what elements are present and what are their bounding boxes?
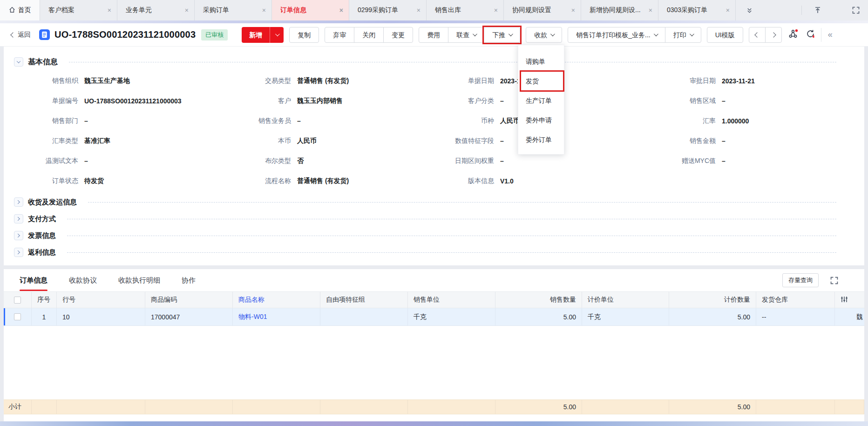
abandon-approve-button[interactable]: 弃审: [325, 27, 354, 43]
tab-0303-purchase-order[interactable]: 0303采购订单 ×: [658, 0, 736, 20]
change-button[interactable]: 变更: [383, 27, 413, 43]
close-icon[interactable]: ×: [494, 7, 498, 14]
close-icon[interactable]: ×: [571, 7, 575, 14]
back-button[interactable]: 返回: [11, 31, 31, 39]
section-basic-info-header[interactable]: 基本信息: [14, 55, 850, 69]
chevron-right-icon[interactable]: [14, 214, 23, 223]
close-icon[interactable]: ×: [649, 7, 652, 14]
tab-business-unit[interactable]: 业务单元 ×: [117, 0, 195, 20]
receipt-dropdown[interactable]: 收款: [526, 27, 562, 43]
col-product-code: 商品编码: [145, 292, 233, 308]
chevron-left-icon: [10, 32, 15, 37]
expense-button[interactable]: 费用: [419, 27, 448, 43]
refresh-icon[interactable]: [806, 29, 815, 41]
tab-home[interactable]: 首页: [0, 0, 40, 20]
section-shipping-info-header[interactable]: 收货及发运信息: [14, 194, 850, 210]
chevron-double-down-icon[interactable]: [746, 7, 753, 14]
section-payment-method-header[interactable]: 支付方式: [14, 210, 850, 227]
close-icon[interactable]: ×: [339, 7, 343, 14]
window-bottom-edge: [0, 421, 868, 426]
select-all-checkbox[interactable]: [14, 297, 21, 304]
field-label: 日期区间权重: [423, 157, 494, 165]
collapse-right-panel-icon[interactable]: «: [821, 28, 833, 42]
print-dropdown[interactable]: 打印: [665, 27, 701, 43]
menu-item-purchase-requisition[interactable]: 请购单: [518, 52, 564, 71]
tab-label: 协同规则设置: [512, 6, 551, 14]
close-icon[interactable]: ×: [262, 7, 266, 14]
push-down-dropdown[interactable]: 下推: [484, 27, 520, 43]
row-checkbox[interactable]: [14, 313, 21, 320]
fullscreen-icon[interactable]: [852, 7, 860, 14]
tab-purchase-order[interactable]: 采购订单 ×: [195, 0, 272, 20]
chevron-right-icon[interactable]: [14, 231, 23, 240]
col-warehouse: 发货仓库: [756, 292, 835, 308]
field-label: 订单状态: [18, 177, 78, 185]
field-value: –: [716, 157, 850, 165]
collapsed-sections: 收货及发运信息 支付方式 发票信息 返利信息: [14, 194, 850, 261]
menu-item-shipment[interactable]: 发货: [518, 71, 564, 91]
chevron-down-icon[interactable]: [14, 57, 23, 67]
subtotal-price-qty: 5.00: [669, 400, 756, 414]
tab-0299-purchase-order[interactable]: 0299采购订单 ×: [349, 0, 427, 20]
prev-record-button[interactable]: [749, 27, 766, 43]
tab-customer-archive[interactable]: 客户档案 ×: [40, 0, 117, 20]
detail-tab-bar: 订单信息 收款协议 收款执行明细 协作: [4, 269, 864, 291]
add-dropdown-arrow[interactable]: [270, 27, 284, 43]
relation-graph-icon[interactable]: [788, 29, 798, 41]
tab-order-info[interactable]: 订单信息 ×: [272, 0, 349, 20]
next-record-button[interactable]: [765, 27, 782, 43]
menu-item-outsourcing-request[interactable]: 委外申请: [518, 110, 564, 130]
section-rebate-info-header[interactable]: 返利信息: [14, 244, 850, 261]
active-tab-underline: [20, 290, 47, 291]
header-checkbox-cell[interactable]: [4, 292, 32, 308]
detail-tab-collaboration[interactable]: 协作: [182, 274, 196, 287]
table-row[interactable]: 1 10 17000047 物料-W01 千克 5.00 千克 5.00 -- …: [4, 308, 864, 326]
field-value: 1.000000: [716, 117, 850, 125]
close-icon[interactable]: ×: [726, 7, 730, 14]
close-icon[interactable]: ×: [108, 7, 111, 14]
cell-product-name-link[interactable]: 物料-W01: [233, 308, 320, 325]
print-template-dropdown[interactable]: 销售订单打印模板_业务...: [568, 27, 665, 43]
detail-tab-label: 订单信息: [20, 276, 47, 284]
field-label: 销售部门: [18, 117, 78, 125]
col-free-feature: 自由项特征组: [320, 292, 408, 308]
stock-query-button[interactable]: 存量查询: [782, 273, 819, 287]
field-label: 数值特征字段: [423, 137, 494, 145]
field-value: 否: [291, 157, 423, 165]
menu-item-production-order[interactable]: 生产订单: [518, 91, 564, 110]
field-value: –: [716, 137, 850, 145]
field-label: 交易类型: [219, 77, 291, 85]
detail-tab-receipt-agreement[interactable]: 收款协议: [69, 274, 97, 287]
close-order-button[interactable]: 关闭: [354, 27, 384, 43]
cell-seq: 1: [32, 308, 57, 325]
row-checkbox-cell[interactable]: [4, 308, 32, 325]
linked-query-dropdown[interactable]: 联查: [448, 27, 484, 43]
cell-clipped-next-column: 魏: [835, 308, 864, 325]
chevron-right-icon[interactable]: [14, 197, 23, 207]
cell-warehouse: --: [756, 308, 835, 325]
add-split-button[interactable]: 新增: [242, 27, 284, 43]
tab-new-collab-rule[interactable]: 新增协同规则设... ×: [581, 0, 658, 20]
field-value: –: [291, 117, 423, 125]
col-price-qty: 计价数量: [669, 292, 756, 308]
menu-item-outsourcing-order[interactable]: 委外订单: [518, 130, 564, 149]
close-icon[interactable]: ×: [185, 7, 189, 14]
copy-button[interactable]: 复制: [289, 27, 319, 43]
expand-table-icon[interactable]: [830, 277, 838, 284]
tab-sales-outbound[interactable]: 销售出库 ×: [427, 0, 504, 20]
field-value: 人民币: [291, 137, 423, 145]
section-invoice-info-header[interactable]: 发票信息: [14, 227, 850, 244]
detail-tab-order-info[interactable]: 订单信息: [20, 274, 47, 287]
chevron-right-icon[interactable]: [14, 248, 23, 257]
cell-sale-qty: 5.00: [495, 308, 582, 325]
column-filter-icon[interactable]: [841, 296, 848, 304]
ui-template-button[interactable]: UI模版: [707, 27, 743, 43]
detail-tab-receipt-execution[interactable]: 收款执行明细: [118, 274, 160, 287]
tab-collab-rule-settings[interactable]: 协同规则设置 ×: [504, 0, 581, 20]
caret-down-icon: [473, 32, 477, 36]
add-button[interactable]: 新增: [242, 27, 270, 43]
col-product-name[interactable]: 商品名称: [233, 292, 320, 308]
field-value: 基准汇率: [78, 137, 219, 145]
upload-icon[interactable]: [801, 6, 821, 15]
close-icon[interactable]: ×: [417, 7, 420, 14]
